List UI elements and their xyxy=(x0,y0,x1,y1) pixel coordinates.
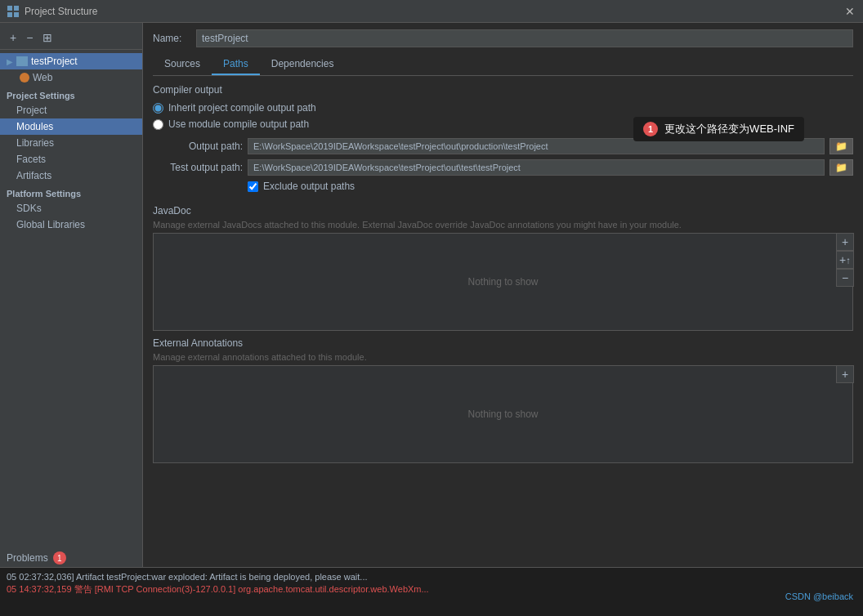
ext-annotations-nothing: Nothing to show xyxy=(467,408,538,420)
javadoc-add-special-button[interactable]: +↑ xyxy=(836,251,854,269)
sidebar-item-global-libraries[interactable]: Global Libraries xyxy=(0,216,142,233)
javadoc-remove-button[interactable]: − xyxy=(836,269,854,287)
compiler-output-title: Compiler output xyxy=(153,84,853,96)
tree-item-web-label: Web xyxy=(33,72,52,83)
inherit-radio[interactable] xyxy=(153,103,163,114)
javadoc-title: JavaDoc xyxy=(153,205,853,216)
tab-dependencies[interactable]: Dependencies xyxy=(260,54,346,75)
tabs-row: Sources Paths Dependencies xyxy=(153,54,853,76)
svg-rect-1 xyxy=(14,6,19,11)
tree-item-testproject-label: testProject xyxy=(31,56,78,67)
name-label: Name: xyxy=(153,33,190,44)
ext-annotations-desc: Manage external annotations attached to … xyxy=(153,352,853,362)
problems-label: Problems xyxy=(7,552,48,564)
output-path-browse-button[interactable]: 📁 xyxy=(829,138,853,154)
tooltip-text: 更改这个路径变为WEB-INF xyxy=(664,122,794,136)
title-bar: Project Structure ✕ xyxy=(0,0,863,23)
sidebar: + − ⊞ ▶ testProject Web Project Settings… xyxy=(0,23,143,567)
tree-item-testproject[interactable]: ▶ testProject xyxy=(0,53,142,69)
ext-annotations-add-button[interactable]: + xyxy=(836,365,854,383)
app-icon xyxy=(7,5,20,18)
title-bar-text: Project Structure xyxy=(25,6,843,17)
tooltip-number: 1 xyxy=(643,122,658,136)
javadoc-buttons: + +↑ − xyxy=(836,233,854,287)
tab-sources[interactable]: Sources xyxy=(153,54,212,75)
javadoc-desc: Manage external JavaDocs attached to thi… xyxy=(153,220,853,230)
test-output-path-row: Test output path: 📁 xyxy=(153,159,853,176)
ext-annotations-buttons: + xyxy=(836,365,854,383)
log-line-2: 05 14:37:32,159 警告 [RMI TCP Connection(3… xyxy=(7,583,856,596)
javadoc-panel: Nothing to show xyxy=(153,233,853,331)
ext-annotations-panel: Nothing to show xyxy=(153,365,853,463)
svg-rect-0 xyxy=(7,6,12,11)
platform-settings-label: Platform Settings xyxy=(0,184,142,200)
module-radio-row: Use module compile output path 1 更改这个路径变… xyxy=(153,118,853,130)
web-icon xyxy=(20,73,29,83)
javadoc-nothing: Nothing to show xyxy=(467,276,538,288)
sidebar-item-project[interactable]: Project xyxy=(0,102,142,118)
module-radio-label: Use module compile output path xyxy=(168,118,309,130)
output-path-label: Output path: xyxy=(153,141,243,152)
exclude-checkbox[interactable] xyxy=(248,181,258,192)
name-row: Name: xyxy=(153,29,853,47)
sidebar-item-facets[interactable]: Facets xyxy=(0,151,142,167)
svg-rect-3 xyxy=(14,12,19,17)
add-button[interactable]: + xyxy=(7,29,20,46)
tab-paths[interactable]: Paths xyxy=(212,54,260,75)
tree-item-web[interactable]: Web xyxy=(0,69,142,86)
tooltip-bubble: 1 更改这个路径变为WEB-INF xyxy=(633,117,804,141)
javadoc-add-button[interactable]: + xyxy=(836,233,854,251)
inherit-radio-label: Inherit project compile output path xyxy=(168,102,316,114)
tree-expand-icon: ▶ xyxy=(7,57,13,66)
close-button[interactable]: ✕ xyxy=(843,5,856,18)
exclude-checkbox-label: Exclude output paths xyxy=(263,181,355,192)
problems-row[interactable]: Problems 1 xyxy=(0,549,142,567)
radio-group: Inherit project compile output path Use … xyxy=(153,102,853,130)
javadoc-wrapper: Nothing to show + +↑ − xyxy=(153,233,853,331)
sidebar-toolbar: + − ⊞ xyxy=(0,26,142,50)
name-input[interactable] xyxy=(196,29,853,47)
module-icon xyxy=(16,56,28,66)
svg-rect-2 xyxy=(7,12,12,17)
sidebar-item-sdks[interactable]: SDKs xyxy=(0,200,142,216)
external-annotations-section: External Annotations Manage external ann… xyxy=(153,337,853,463)
remove-button[interactable]: − xyxy=(23,29,36,46)
ext-annotations-title: External Annotations xyxy=(153,337,853,349)
bottom-log: 05 02:37:32,036] Artifact testProject:wa… xyxy=(0,567,863,616)
test-output-path-input[interactable] xyxy=(248,159,825,176)
copy-button[interactable]: ⊞ xyxy=(39,29,56,46)
ext-annotations-wrapper: Nothing to show + xyxy=(153,365,853,463)
module-radio[interactable] xyxy=(153,119,163,130)
javadoc-section: JavaDoc Manage external JavaDocs attache… xyxy=(153,205,853,331)
test-output-path-browse-button[interactable]: 📁 xyxy=(829,159,853,176)
problems-badge: 1 xyxy=(53,551,66,565)
project-settings-label: Project Settings xyxy=(0,86,142,102)
brand-label: CSDN @beiback xyxy=(785,591,853,603)
log-line-1: 05 02:37:32,036] Artifact testProject:wa… xyxy=(7,571,856,583)
sidebar-item-libraries[interactable]: Libraries xyxy=(0,135,142,151)
sidebar-item-artifacts[interactable]: Artifacts xyxy=(0,167,142,184)
test-output-path-label: Test output path: xyxy=(153,162,243,173)
exclude-checkbox-row: Exclude output paths xyxy=(153,181,853,192)
inherit-radio-row: Inherit project compile output path xyxy=(153,102,853,114)
sidebar-item-modules[interactable]: Modules xyxy=(0,118,142,135)
content-area: Name: Sources Paths Dependencies Compile… xyxy=(143,23,863,567)
